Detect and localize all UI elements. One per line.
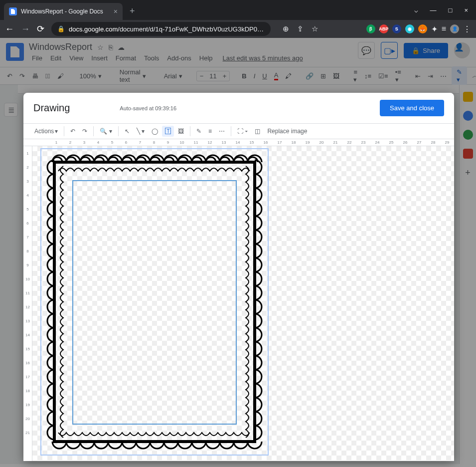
lock-icon: 🔒: [57, 25, 65, 32]
window-minimize[interactable]: —: [430, 6, 437, 14]
ext-bot-icon[interactable]: ◉: [405, 24, 414, 33]
drawing-modal: Drawing Auto-saved at 09:39:16 Save and …: [23, 93, 454, 461]
text-box-selection[interactable]: [72, 180, 237, 425]
browser-tab-strip: WindowsReport - Google Docs × + ⌵ — □ ×: [0, 0, 476, 20]
crop-button[interactable]: ⛶ ▾: [234, 126, 251, 137]
drawing-redo-button[interactable]: ↷: [79, 126, 90, 137]
drawing-ruler-horizontal[interactable]: 1234567891011121314151617181920212223242…: [23, 139, 454, 146]
shape-tool[interactable]: ◯: [149, 126, 161, 137]
drawing-title: Drawing: [33, 102, 70, 114]
line-tool[interactable]: ╲ ▾: [134, 126, 148, 137]
url-text: docs.google.com/document/d/1q-71oFwK_DWh…: [69, 25, 264, 33]
browser-tab[interactable]: WindowsReport - Google Docs ×: [4, 3, 123, 20]
tab-title: WindowsReport - Google Docs: [21, 8, 110, 15]
border-color-button[interactable]: ✎: [193, 126, 204, 137]
nav-reload-button[interactable]: ⟳: [37, 23, 44, 34]
window-maximize[interactable]: □: [449, 6, 453, 14]
address-bar[interactable]: 🔒 docs.google.com/document/d/1q-71oFwK_D…: [51, 22, 271, 36]
actions-menu[interactable]: Actions ▾: [31, 126, 61, 137]
drawing-toolbar: Actions ▾ ↶ ↷ 🔍 ▾ ↖ ╲ ▾ ◯ 🅃 🖼 ✎ ≡ ⋯ ⛶ ▾ …: [23, 124, 454, 139]
new-tab-button[interactable]: +: [130, 6, 135, 16]
extension-icons: β ABP S ◉ 🦊 ✦ ≡ 👤 ⋮: [366, 24, 471, 34]
drawing-header: Drawing Auto-saved at 09:39:16 Save and …: [23, 93, 454, 124]
nav-back-button[interactable]: ←: [5, 24, 14, 34]
mask-button[interactable]: ◫: [252, 126, 263, 137]
window-controls: ⌵ — □ ×: [414, 6, 472, 14]
autosave-status: Auto-saved at 09:39:16: [120, 105, 176, 111]
drawing-ruler-vertical[interactable]: 123456789101112131415161718192021: [23, 146, 32, 461]
ext-fox-icon[interactable]: 🦊: [418, 24, 427, 33]
text-box-tool[interactable]: 🅃: [162, 126, 174, 137]
docs-app: WindowsReport ☆ ⎘ ☁ File Edit View Inser…: [0, 38, 476, 467]
window-dropdown[interactable]: ⌵: [414, 6, 418, 14]
address-actions: ⊕ ⇪ ☆: [283, 24, 318, 33]
extensions-menu-icon[interactable]: ✦: [431, 24, 438, 34]
profile-avatar[interactable]: 👤: [450, 24, 459, 33]
border-dash-button[interactable]: ⋯: [216, 126, 228, 137]
select-tool[interactable]: ↖: [122, 126, 133, 137]
ext-s-icon[interactable]: S: [392, 24, 401, 33]
browser-toolbar: ← → ⟳ 🔒 docs.google.com/document/d/1q-71…: [0, 20, 476, 38]
browser-menu-icon[interactable]: ⋮: [463, 24, 471, 34]
drawing-undo-button[interactable]: ↶: [67, 126, 78, 137]
ext-beta-icon[interactable]: β: [366, 24, 375, 33]
border-weight-button[interactable]: ≡: [205, 126, 215, 137]
window-close[interactable]: ×: [464, 6, 468, 14]
drawing-canvas[interactable]: [32, 146, 454, 461]
replace-image-button[interactable]: Replace image: [264, 126, 310, 137]
tab-close-button[interactable]: ×: [114, 7, 118, 15]
image-tool[interactable]: 🖼: [175, 126, 187, 137]
zoom-button[interactable]: 🔍 ▾: [97, 126, 115, 137]
nav-forward-button[interactable]: →: [21, 24, 30, 34]
reading-list-icon[interactable]: ≡: [442, 24, 446, 33]
bookmark-icon[interactable]: ☆: [312, 24, 318, 33]
save-and-close-button[interactable]: Save and close: [380, 100, 444, 116]
share-page-icon[interactable]: ⇪: [297, 24, 304, 33]
ext-adblock-icon[interactable]: ABP: [379, 24, 388, 33]
docs-favicon: [9, 7, 17, 15]
zoom-icon[interactable]: ⊕: [283, 24, 289, 33]
